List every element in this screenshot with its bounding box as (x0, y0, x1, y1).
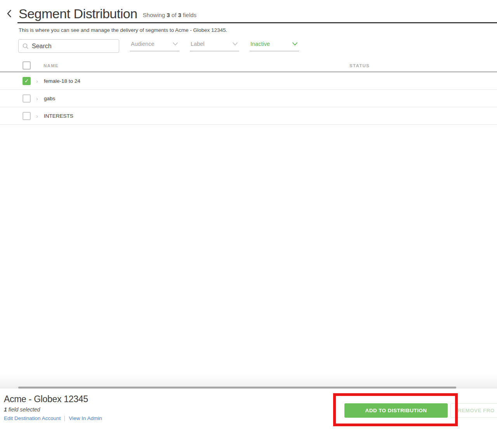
horizontal-scrollbar (0, 387, 497, 389)
page-description: This is where you can see and manage the… (19, 27, 497, 33)
table-body: ✓ › female-18 to 24 › gabs › INTERESTS (0, 72, 497, 125)
chevron-down-icon (292, 42, 298, 46)
page-header: Segment Distribution Showing 3 of 3 fiel… (0, 0, 497, 21)
remove-from-distribution-button[interactable]: REMOVE FRO (450, 403, 497, 418)
table-header: NAME STATUS (0, 59, 497, 72)
showing-of: of (172, 12, 177, 18)
row-name: female-18 to 24 (44, 78, 80, 84)
row-checkbox[interactable] (23, 94, 31, 103)
filter-audience[interactable]: Audience (130, 40, 179, 51)
filter-inactive[interactable]: Inactive (250, 40, 299, 51)
selected-count-label: field selected (9, 406, 40, 413)
chevron-right-icon[interactable]: › (36, 95, 38, 102)
table-row[interactable]: › gabs (0, 90, 497, 107)
showing-total-value: 3 (178, 12, 181, 18)
segment-distribution-page: Segment Distribution Showing 3 of 3 fiel… (0, 0, 497, 448)
column-header-name: NAME (43, 63, 59, 68)
segments-table: NAME STATUS ✓ › female-18 to 24 › gabs ›… (0, 59, 497, 125)
edit-destination-account-link[interactable]: Edit Destination Account (4, 415, 61, 421)
link-divider (64, 416, 65, 421)
search-input[interactable] (32, 43, 109, 50)
destination-account-name: Acme - Globex 12345 (4, 394, 102, 404)
filter-label-dropdown[interactable]: Label (190, 40, 239, 51)
search-box[interactable] (18, 39, 119, 53)
horizontal-scrollbar-thumb[interactable] (18, 387, 456, 389)
showing-count-value: 3 (167, 12, 170, 18)
page-title: Segment Distribution (19, 6, 137, 21)
chevron-right-icon[interactable]: › (36, 78, 38, 84)
view-in-admin-link[interactable]: View In Admin (69, 415, 102, 421)
chevron-right-icon[interactable]: › (36, 113, 38, 119)
back-icon (7, 9, 12, 18)
toolbar: Audience Label Inactive (18, 39, 497, 53)
chevron-down-icon (232, 42, 238, 46)
row-name: INTERESTS (44, 113, 73, 119)
filter-label: Label (191, 41, 204, 47)
footer-info: Acme - Globex 12345 1 field selected Edi… (4, 394, 102, 421)
showing-prefix: Showing (143, 12, 165, 18)
search-icon (23, 43, 29, 49)
footer-links: Edit Destination Account View In Admin (4, 415, 102, 421)
filter-label: Inactive (250, 41, 270, 47)
row-checkbox[interactable]: ✓ (23, 77, 31, 85)
filter-label: Audience (131, 41, 154, 47)
showing-count: Showing 3 of 3 fields (143, 12, 196, 18)
chevron-down-icon (172, 42, 178, 46)
footer-shadow (0, 374, 497, 387)
row-checkbox[interactable] (23, 112, 31, 120)
back-button[interactable] (5, 8, 14, 19)
row-name: gabs (44, 96, 55, 101)
selected-count-line: 1 field selected (4, 406, 102, 413)
title-underline (17, 22, 497, 23)
select-all-checkbox[interactable] (23, 61, 31, 70)
column-header-status: STATUS (349, 63, 370, 68)
table-row[interactable]: › INTERESTS (0, 107, 497, 125)
filter-group: Audience Label Inactive (130, 40, 309, 51)
selected-count-value: 1 (4, 406, 7, 413)
showing-suffix: fields (183, 12, 196, 18)
table-row[interactable]: ✓ › female-18 to 24 (0, 72, 497, 90)
add-to-distribution-button[interactable]: ADD TO DISTRIBUTION (344, 403, 448, 418)
